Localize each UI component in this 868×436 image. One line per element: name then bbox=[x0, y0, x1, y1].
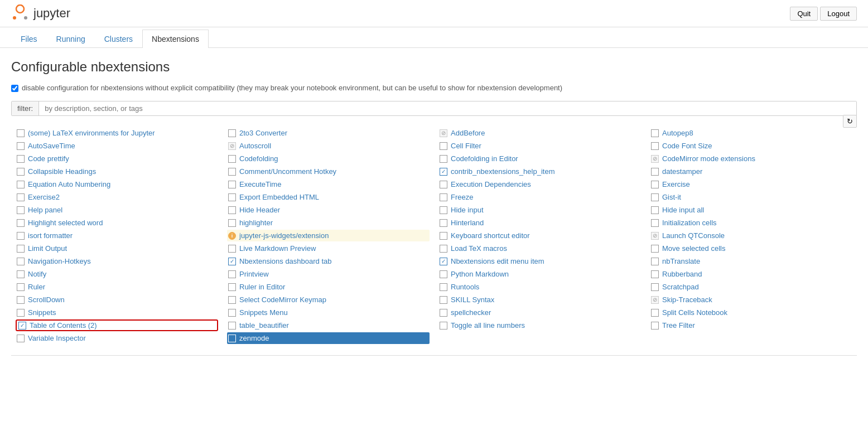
zenmode-item[interactable]: zenmode bbox=[227, 332, 430, 344]
ext-link[interactable]: nbTranslate bbox=[662, 257, 700, 265]
list-item[interactable]: Initialization cells bbox=[650, 217, 852, 229]
list-item[interactable]: Codefolding in Editor bbox=[438, 153, 641, 164]
list-item[interactable]: Ruler bbox=[16, 281, 218, 293]
list-item[interactable]: Rubberband bbox=[650, 268, 852, 280]
jupyter-widgets-item[interactable]: ijupyter-js-widgets/extension bbox=[227, 230, 430, 241]
list-item[interactable]: Freeze bbox=[438, 191, 641, 203]
tab-nbextensions[interactable]: Nbextensions bbox=[142, 30, 209, 48]
ext-link[interactable]: Nbextensions edit menu item bbox=[451, 257, 544, 265]
list-item[interactable]: Keyboard shortcut editor bbox=[438, 230, 641, 241]
ext-link[interactable]: Export Embedded HTML bbox=[239, 193, 319, 201]
quit-button[interactable]: Quit bbox=[790, 7, 818, 21]
list-item[interactable]: ⊘AddBefore bbox=[438, 127, 641, 139]
ext-link[interactable]: datestamper bbox=[662, 167, 702, 176]
ext-link[interactable]: Autopep8 bbox=[662, 129, 693, 137]
ext-link[interactable]: (some) LaTeX environments for Jupyter bbox=[28, 129, 155, 137]
ext-link[interactable]: Tree Filter bbox=[662, 321, 695, 330]
ext-link[interactable]: Exercise bbox=[662, 180, 690, 188]
ext-link[interactable]: ExecuteTime bbox=[239, 180, 281, 188]
ext-link[interactable]: contrib_nbextensions_help_item bbox=[451, 167, 554, 176]
ext-link[interactable]: Live Markdown Preview bbox=[239, 244, 316, 253]
filter-input[interactable] bbox=[39, 101, 856, 115]
ext-link[interactable]: Keyboard shortcut editor bbox=[451, 231, 530, 240]
ext-link[interactable]: Collapsible Headings bbox=[28, 167, 96, 176]
ext-link[interactable]: Limit Output bbox=[28, 244, 67, 253]
list-item[interactable]: Load TeX macros bbox=[438, 243, 641, 254]
list-item[interactable]: Limit Output bbox=[16, 243, 218, 254]
ext-link[interactable]: Equation Auto Numbering bbox=[28, 180, 110, 188]
list-item[interactable]: ✓Nbextensions edit menu item bbox=[438, 255, 641, 267]
list-item[interactable]: ⊘Autoscroll bbox=[227, 140, 430, 152]
ext-link[interactable]: Split Cells Notebook bbox=[662, 308, 727, 317]
list-item[interactable]: Snippets Menu bbox=[227, 307, 430, 318]
table-of-contents-item[interactable]: ✓Table of Contents (2) bbox=[16, 319, 218, 331]
list-item[interactable]: (some) LaTeX environments for Jupyter bbox=[16, 127, 218, 139]
ext-link[interactable]: Gist-it bbox=[662, 193, 681, 201]
ext-link[interactable]: Initialization cells bbox=[662, 219, 717, 227]
ext-link[interactable]: highlighter bbox=[239, 219, 273, 227]
list-item[interactable]: Variable Inspector bbox=[16, 332, 218, 344]
ext-link[interactable]: Table of Contents (2) bbox=[30, 321, 97, 330]
list-item[interactable]: Navigation-Hotkeys bbox=[16, 255, 218, 267]
ext-link[interactable]: ScrollDown bbox=[28, 295, 65, 304]
list-item[interactable]: Cell Filter bbox=[438, 140, 641, 152]
ext-link[interactable]: Rubberband bbox=[662, 270, 702, 278]
list-item[interactable]: Export Embedded HTML bbox=[227, 191, 430, 203]
list-item[interactable]: Move selected cells bbox=[650, 243, 852, 254]
list-item[interactable]: datestamper bbox=[650, 166, 852, 177]
list-item[interactable]: SKILL Syntax bbox=[438, 294, 641, 306]
list-item[interactable]: ⊘CodeMirror mode extensions bbox=[650, 153, 852, 164]
list-item[interactable]: Hide input all bbox=[650, 204, 852, 216]
ext-link[interactable]: Printview bbox=[239, 270, 269, 278]
ext-link[interactable]: Navigation-Hotkeys bbox=[28, 257, 91, 265]
list-item[interactable]: Runtools bbox=[438, 281, 641, 293]
ext-link[interactable]: AddBefore bbox=[451, 129, 485, 137]
list-item[interactable]: Hide Header bbox=[227, 204, 430, 216]
compat-checkbox[interactable] bbox=[11, 85, 18, 92]
ext-link[interactable]: Launch QTConsole bbox=[662, 231, 725, 240]
ext-link[interactable]: zenmode bbox=[239, 334, 269, 342]
ext-link[interactable]: spellchecker bbox=[451, 308, 491, 317]
list-item[interactable]: Ruler in Editor bbox=[227, 281, 430, 293]
ext-link[interactable]: Scratchpad bbox=[662, 283, 699, 291]
list-item[interactable]: ✓contrib_nbextensions_help_item bbox=[438, 166, 641, 177]
ext-link[interactable]: table_beautifier bbox=[239, 321, 289, 330]
list-item[interactable]: Scratchpad bbox=[650, 281, 852, 293]
list-item[interactable]: Gist-it bbox=[650, 191, 852, 203]
list-item[interactable]: Highlight selected word bbox=[16, 217, 218, 229]
list-item[interactable]: table_beautifier bbox=[227, 319, 430, 331]
ext-link[interactable]: Ruler bbox=[28, 283, 45, 291]
ext-link[interactable]: Runtools bbox=[451, 283, 479, 291]
ext-link[interactable]: Cell Filter bbox=[451, 142, 481, 150]
list-item[interactable]: isort formatter bbox=[16, 230, 218, 241]
ext-link[interactable]: Ruler in Editor bbox=[239, 283, 285, 291]
list-item[interactable]: Collapsible Headings bbox=[16, 166, 218, 177]
list-item[interactable]: Select CodeMirror Keymap bbox=[227, 294, 430, 306]
ext-link[interactable]: isort formatter bbox=[28, 231, 73, 240]
list-item[interactable]: Codefolding bbox=[227, 153, 430, 164]
ext-link[interactable]: Hide input bbox=[451, 206, 484, 214]
ext-link[interactable]: Select CodeMirror Keymap bbox=[239, 295, 326, 304]
list-item[interactable]: ScrollDown bbox=[16, 294, 218, 306]
ext-link[interactable]: CodeMirror mode extensions bbox=[662, 154, 755, 163]
refresh-button[interactable]: ↻ bbox=[843, 115, 857, 128]
list-item[interactable]: Toggle all line numbers bbox=[438, 319, 641, 331]
list-item[interactable]: Execution Dependencies bbox=[438, 178, 641, 190]
list-item[interactable]: Comment/Uncomment Hotkey bbox=[227, 166, 430, 177]
ext-link[interactable]: Code prettify bbox=[28, 154, 69, 163]
list-item[interactable]: nbTranslate bbox=[650, 255, 852, 267]
ext-link[interactable]: Codefolding in Editor bbox=[451, 154, 518, 163]
ext-link[interactable]: Snippets bbox=[28, 308, 56, 317]
list-item[interactable]: spellchecker bbox=[438, 307, 641, 318]
list-item[interactable]: Equation Auto Numbering bbox=[16, 178, 218, 190]
list-item[interactable]: highlighter bbox=[227, 217, 430, 229]
ext-link[interactable]: Code Font Size bbox=[662, 142, 712, 150]
logout-button[interactable]: Logout bbox=[820, 7, 857, 21]
ext-link[interactable]: SKILL Syntax bbox=[451, 295, 494, 304]
ext-link[interactable]: Notify bbox=[28, 270, 46, 278]
ext-link[interactable]: Comment/Uncomment Hotkey bbox=[239, 167, 336, 176]
ext-link[interactable]: Toggle all line numbers bbox=[451, 321, 525, 330]
list-item[interactable]: ⊘Skip-Traceback bbox=[650, 294, 852, 306]
ext-link[interactable]: Python Markdown bbox=[451, 270, 509, 278]
list-item[interactable]: Printview bbox=[227, 268, 430, 280]
